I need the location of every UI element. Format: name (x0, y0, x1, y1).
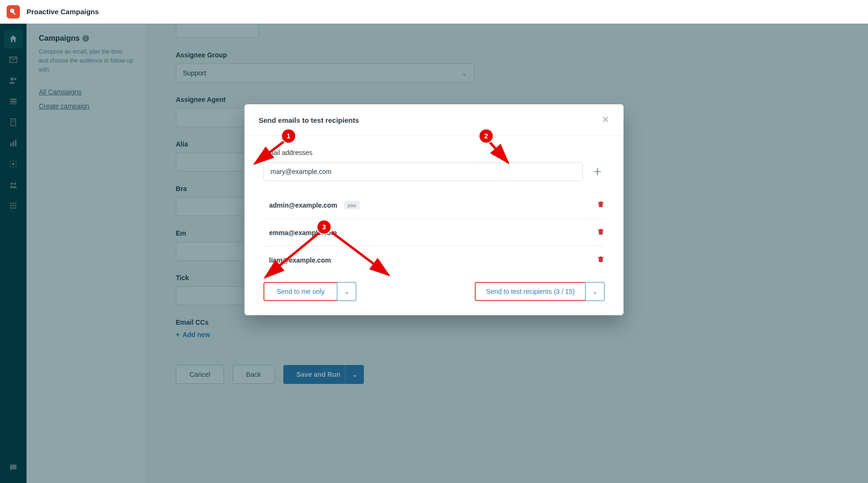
chevron-down-icon: ⌄ (344, 288, 350, 295)
modal-title: Send emails to test recipients (259, 116, 359, 124)
delete-recipient-button[interactable] (597, 228, 605, 237)
app-logo (7, 5, 20, 18)
you-badge: you (344, 201, 360, 210)
close-icon[interactable] (602, 116, 609, 125)
svg-rect-1 (13, 12, 16, 15)
recipient-row: emma@example.com (263, 219, 605, 246)
delete-recipient-button[interactable] (597, 200, 605, 210)
send-to-test-dropdown[interactable]: ⌄ (586, 282, 605, 301)
delete-recipient-button[interactable] (597, 255, 605, 265)
chevron-down-icon: ⌄ (592, 288, 598, 295)
annotation-badge-2: 2 (479, 129, 493, 143)
annotation-badge-1: 1 (282, 129, 295, 143)
send-to-test-recipients-button-group: Send to test recipients (3 / 15) ⌄ (475, 282, 605, 301)
recipient-list: admin@example.com you emma@example.com l… (263, 191, 605, 273)
send-to-me-only-button-group: Send to me only ⌄ (263, 282, 356, 301)
recipient-row: liam@example.com (263, 246, 605, 273)
annotation-badge-3: 3 (317, 220, 331, 234)
svg-point-0 (10, 9, 14, 13)
recipient-email: liam@example.com (269, 256, 331, 264)
topbar: Proactive Campaigns (0, 0, 868, 24)
recipient-row: admin@example.com you (263, 191, 605, 219)
email-address-input[interactable] (263, 162, 583, 181)
add-email-button[interactable] (590, 164, 605, 179)
send-to-me-dropdown[interactable]: ⌄ (337, 282, 356, 301)
send-to-test-recipients-button[interactable]: Send to test recipients (3 / 15) (475, 282, 586, 301)
email-addresses-label: Email addresses (263, 149, 605, 156)
test-recipients-modal: Send emails to test recipients Email add… (244, 104, 624, 315)
recipient-email: admin@example.com (269, 201, 337, 209)
app-title: Proactive Campaigns (27, 8, 99, 16)
send-to-me-only-button[interactable]: Send to me only (263, 282, 337, 301)
